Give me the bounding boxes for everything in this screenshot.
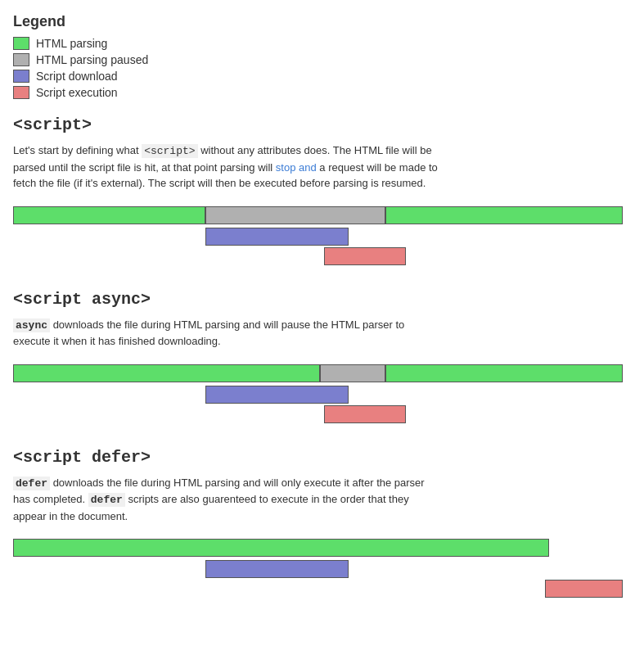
bar-blue <box>205 228 349 246</box>
inline-code: <script> <box>142 144 197 158</box>
legend-item: HTML parsing paused <box>13 53 631 66</box>
legend-label: Script execution <box>36 86 118 99</box>
legend-color-box <box>13 86 29 99</box>
legend-section: Legend HTML parsingHTML parsing pausedSc… <box>13 13 631 99</box>
inline-code-bold: defer <box>13 477 50 490</box>
bar-green <box>13 539 549 557</box>
section-title-script-defer: <script defer> <box>13 448 631 467</box>
legend-items: HTML parsingHTML parsing pausedScript do… <box>13 37 631 99</box>
bar-green <box>385 206 623 224</box>
bar-gray <box>205 206 385 224</box>
bar-green <box>13 206 205 224</box>
description-script: Let's start by defining what <script> wi… <box>13 142 439 192</box>
bar-pink <box>545 580 623 598</box>
diagram-script-async <box>13 363 627 428</box>
bar-blue <box>205 560 349 578</box>
legend-color-box <box>13 37 29 50</box>
diagram-script-defer <box>13 537 627 603</box>
bar-green <box>385 364 623 382</box>
bar-green <box>13 364 320 382</box>
legend-title: Legend <box>13 13 631 30</box>
legend-label: HTML parsing paused <box>36 53 148 66</box>
legend-label: HTML parsing <box>36 37 107 50</box>
section-script-async: <script async>async downloads the file d… <box>13 290 631 428</box>
section-title-script-async: <script async> <box>13 290 631 309</box>
inline-code-bold: async <box>13 318 50 332</box>
legend-color-box <box>13 53 29 66</box>
section-title-script: <script> <box>13 115 631 134</box>
bar-pink <box>324 247 406 265</box>
section-script: <script>Let's start by defining what <sc… <box>13 115 631 270</box>
inline-code-bold: defer <box>88 493 125 507</box>
highlighted-text: stop and <box>276 161 317 174</box>
bar-gray <box>320 364 385 382</box>
legend-color-box <box>13 70 29 83</box>
legend-item: HTML parsing <box>13 37 631 50</box>
legend-label: Script download <box>36 70 118 83</box>
section-script-defer: <script defer>defer downloads the file d… <box>13 448 631 603</box>
description-script-defer: defer downloads the file during HTML par… <box>13 475 439 525</box>
bar-pink <box>324 405 406 423</box>
legend-item: Script execution <box>13 86 631 99</box>
description-script-async: async downloads the file during HTML par… <box>13 317 439 350</box>
diagram-script <box>13 205 627 270</box>
bar-blue <box>205 386 349 404</box>
legend-item: Script download <box>13 70 631 83</box>
